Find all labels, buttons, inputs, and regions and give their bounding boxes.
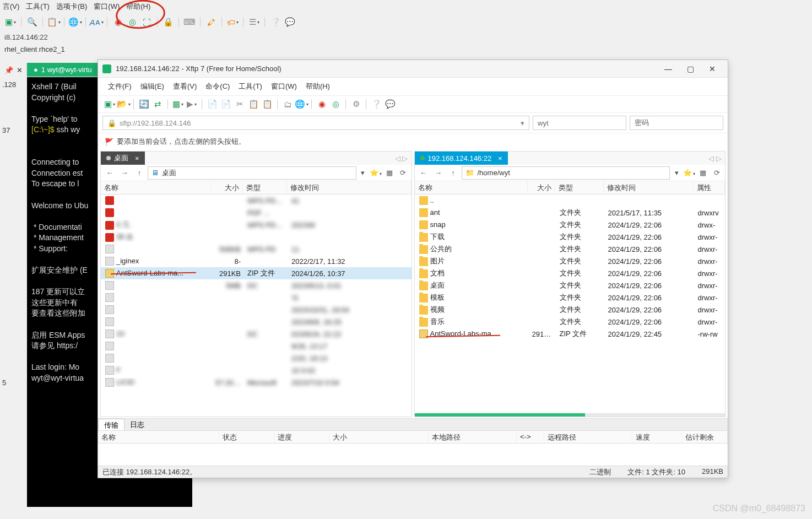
highlighter-icon[interactable]: 🖍 (205, 16, 217, 28)
table-row[interactable]: _iginex8-2022/2/17, 11:32 (101, 255, 412, 267)
table-row[interactable]: .. (415, 194, 726, 207)
table-row[interactable]: 文档文件夹2024/1/29, 22:06drwxr- (415, 267, 726, 279)
cut-icon[interactable]: ✂ (234, 98, 246, 110)
refresh-icon[interactable]: ⟳ (397, 169, 409, 177)
lock-icon[interactable]: 🔒 (162, 16, 174, 28)
sync-icon[interactable]: 🔄 (138, 98, 150, 110)
table-row[interactable]: AntSword-Labs-ma...291KBZIP 文件2024/1/26,… (101, 267, 412, 279)
up-button[interactable]: ↑ (447, 166, 460, 180)
table-row[interactable]: 2023/6/8, 16:25 (101, 316, 412, 328)
table-row[interactable]: snap文件夹2024/1/29, 22:06drwx- (415, 219, 726, 231)
table-row[interactable]: PDF ... (101, 207, 412, 219)
new-icon[interactable]: ▣ (104, 98, 116, 110)
keyboard-icon[interactable]: ⌨ (183, 16, 196, 28)
menubar[interactable]: 文件(F)编辑(E) 查看(V)命令(C) 工具(T)窗口(W) 帮助(H) (98, 78, 728, 96)
xshell-tab-bar[interactable]: ●1 wyt@wyt-virtu (27, 63, 99, 77)
search-icon[interactable]: 🔍 (26, 16, 38, 28)
table-row[interactable]: 音乐文件夹2024/1/29, 22:06drwxr- (415, 316, 726, 328)
list-icon[interactable]: ☰ (248, 16, 260, 28)
close-icon[interactable]: ✕ (17, 66, 23, 74)
fwd-button[interactable]: → (432, 166, 445, 180)
local-tab[interactable]: 桌面× (101, 152, 145, 165)
dual2-icon[interactable]: ◎ (329, 98, 342, 110)
table-row[interactable]: 0 几 WPS PDF ...2023/8/ (101, 219, 412, 231)
local-file-list[interactable]: WPS PDF ...41 PDF ... 0 几 WPS PDF ...202… (101, 194, 412, 417)
gear-icon[interactable]: ⚙ (350, 98, 362, 110)
window-mode-icon[interactable]: ▦ (383, 169, 396, 177)
chat2-icon[interactable]: 💬 (384, 98, 396, 110)
table-row[interactable]: 图片文件夹2024/1/29, 22:06drwxr- (415, 255, 726, 267)
table-row[interactable]: 桌面文件夹2024/1/29, 22:06drwxr- (415, 279, 726, 291)
up-button[interactable]: ↑ (133, 166, 146, 180)
table-row[interactable]: ant文件夹2021/5/17, 11:35drwxrv (415, 207, 726, 219)
chat-icon[interactable]: 💬 (284, 16, 296, 28)
swirl2-icon[interactable]: ◉ (316, 98, 328, 110)
log-tab[interactable]: 日志 (124, 419, 150, 430)
table-row[interactable]: 2/20, 19:13 (101, 352, 412, 364)
table-row[interactable]: 10 DC023/9/24, 22:22 (101, 328, 412, 340)
font-color-icon[interactable]: Aᴀ (90, 16, 102, 28)
play-icon[interactable]: ▶ (186, 98, 198, 110)
pin-icon[interactable]: 📌 (4, 66, 13, 74)
close-icon[interactable]: × (135, 154, 139, 163)
path-dropdown-icon[interactable]: ▾ (672, 169, 681, 177)
xshell-menubar[interactable]: 言(V)工具(T) 选项卡(B)窗口(W) 帮助(H) (0, 0, 812, 13)
pane-nav-arrows[interactable]: ◁ ▷ (392, 154, 412, 163)
table-row[interactable]: 'G (101, 291, 412, 304)
table-row[interactable]: F 10 0:02 (101, 364, 412, 376)
back-button[interactable]: ← (417, 166, 430, 180)
table-row[interactable]: LICID 57.20MPMicrosoft2023/7/10 0:54 (101, 376, 412, 388)
table-row[interactable]: 2023/10/31, 19:04 (101, 304, 412, 316)
help-icon[interactable]: ❔ (269, 16, 282, 28)
xshell-toolbar[interactable]: ▣ 🔍 📋 🌐 Aᴀ ◉ ◎ ⛶ 🔒 ⌨ 🖍 🏷 ☰ ❔ 💬 (0, 13, 812, 31)
globe2-icon[interactable]: 🌐 (295, 98, 307, 110)
bookmark-icon[interactable]: ⭐ (683, 169, 695, 177)
dual-circle-icon[interactable]: ◎ (126, 16, 138, 28)
table-row[interactable]: 模板文件夹2024/1/29, 22:06drwxr- (415, 291, 726, 304)
close-icon[interactable]: × (498, 154, 502, 163)
table-row[interactable]: 5MBDC2023/6/13, 0:01 (101, 279, 412, 291)
bottom-tabs[interactable]: 传输 日志 (98, 418, 728, 430)
table-row[interactable]: 视频文件夹2024/1/29, 22:06drwxr- (415, 304, 726, 316)
refresh-icon[interactable]: ⟳ (711, 169, 723, 177)
user-input[interactable]: wyt (533, 116, 626, 130)
table-row[interactable]: WPS PDF ...41 (101, 194, 412, 207)
bookmark-icon[interactable]: ⭐ (370, 169, 382, 177)
arrows-icon[interactable]: ⇄ (151, 98, 164, 110)
window-mode-icon[interactable]: ▦ (697, 169, 709, 177)
props-icon[interactable]: 🗂 (282, 98, 294, 110)
swirl-icon[interactable]: ◉ (112, 16, 124, 28)
doc2-icon[interactable]: 📄 (220, 98, 232, 110)
transfer-down-icon[interactable]: ▦ (172, 98, 184, 110)
minimize-button[interactable]: — (657, 64, 679, 73)
globe-icon[interactable]: 🌐 (69, 16, 81, 28)
transfer-header[interactable]: 名称 状态 进度 大小 本地路径 <-> 远程路径 速度 估计剩余 (98, 430, 728, 444)
table-row[interactable]: 9/26, 13:17 (101, 340, 412, 352)
pane-nav-arrows[interactable]: ◁ ▷ (705, 154, 725, 163)
local-path-input[interactable]: 🖥桌面 (148, 166, 356, 180)
password-input[interactable]: 密码 (630, 116, 723, 130)
paste-icon[interactable]: 📋 (261, 98, 273, 110)
doc-icon[interactable]: 📄 (206, 98, 218, 110)
copy-icon[interactable]: 📋 (247, 98, 259, 110)
remote-path-input[interactable]: 📁/home/wyt (462, 166, 670, 180)
xftp-toolbar[interactable]: ▣ 📂 🔄 ⇄ ▦ ▶ 📄 📄 ✂ 📋 📋 🗂 🌐 ◉ ◎ ⚙ ❔ 💬 (98, 96, 728, 113)
back-button[interactable]: ← (103, 166, 116, 180)
address-input[interactable]: 🔒 sftp://192.168.124.146 ▾ (102, 116, 529, 130)
titlebar[interactable]: 192.168.124.146:22 - Xftp 7 (Free for Ho… (98, 60, 728, 78)
table-row[interactable]: 下载文件夹2024/1/29, 22:06drwxr- (415, 231, 726, 243)
session-tab[interactable]: ●1 wyt@wyt-virtu (27, 63, 99, 77)
table-row[interactable]: 36 全 (101, 231, 412, 243)
help2-icon[interactable]: ❔ (370, 98, 382, 110)
remote-header[interactable]: 名称 大小 类型 修改时间 属性 (415, 181, 726, 194)
path-dropdown-icon[interactable]: ▾ (358, 169, 368, 177)
transfer-tab[interactable]: 传输 (98, 419, 124, 430)
open-icon[interactable]: 📂 (117, 98, 129, 110)
pin-close-icons[interactable]: 📌 ✕ (0, 63, 26, 78)
transfer-body[interactable] (98, 444, 728, 466)
new-session-icon[interactable]: ▣ (4, 16, 17, 28)
copy-icon[interactable]: 📋 (47, 16, 59, 28)
remote-tab[interactable]: 192.168.124.146:22× (415, 152, 508, 165)
table-row[interactable]: AntSword-Labs-ma...291KBZIP 文件2024/1/29,… (415, 328, 726, 340)
expand-icon[interactable]: ⛶ (140, 16, 153, 28)
